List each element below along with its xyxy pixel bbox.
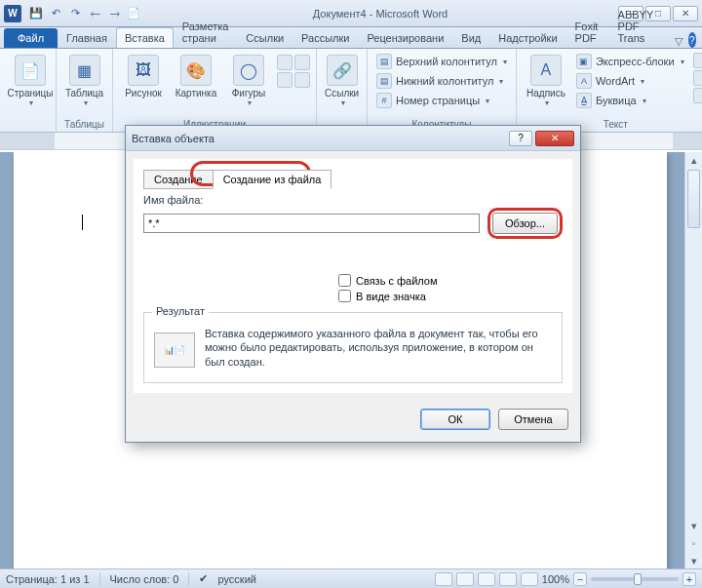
chevron-down-icon: ▾ bbox=[641, 77, 644, 86]
textbox-button[interactable]: AНадпись▾ bbox=[523, 53, 569, 109]
chevron-down-icon: ▾ bbox=[681, 58, 684, 66]
collapse-ribbon-icon[interactable]: ▽ bbox=[675, 35, 682, 48]
tab-home[interactable]: Главная bbox=[58, 27, 116, 48]
datetime-icon[interactable] bbox=[693, 70, 702, 86]
prev-page-icon[interactable]: ◦ bbox=[685, 535, 702, 551]
express-button[interactable]: ▣Экспресс-блоки▾ bbox=[573, 53, 687, 70]
undo-icon[interactable]: ↶ bbox=[47, 5, 64, 22]
scroll-up-icon[interactable]: ▴ bbox=[685, 152, 702, 168]
chevron-down-icon: ▾ bbox=[341, 98, 345, 107]
link-icon: 🔗 bbox=[327, 55, 358, 86]
tab-create-new[interactable]: Создание bbox=[143, 170, 214, 189]
tab-layout[interactable]: Разметка страни bbox=[174, 16, 238, 48]
qat-icon-1[interactable]: 🡐 bbox=[86, 5, 103, 22]
tab-mailings[interactable]: Рассылки bbox=[292, 27, 358, 48]
dialog-titlebar[interactable]: Вставка объекта ? ✕ bbox=[126, 126, 580, 151]
vertical-scrollbar[interactable]: ▴ ▾ ◦ ▾ bbox=[684, 152, 702, 568]
chevron-down-icon: ▾ bbox=[503, 58, 507, 66]
tab-references[interactable]: Ссылки bbox=[237, 27, 292, 48]
group-pages: 📄 Страницы ▾ bbox=[0, 49, 57, 132]
scroll-thumb[interactable] bbox=[687, 170, 700, 228]
view-print-layout[interactable] bbox=[435, 572, 452, 586]
shapes-button[interactable]: ◯Фигуры▾ bbox=[224, 53, 273, 109]
link-to-file-checkbox[interactable] bbox=[338, 274, 351, 287]
chevron-down-icon: ▾ bbox=[248, 98, 252, 107]
tab-create-from-file[interactable]: Создание из файла bbox=[213, 170, 332, 189]
view-fullscreen[interactable] bbox=[456, 572, 474, 586]
as-icon-row[interactable]: В виде значка bbox=[338, 290, 563, 302]
screenshot-icon[interactable] bbox=[277, 72, 292, 88]
result-illustration-icon: 📊📄 bbox=[154, 333, 195, 368]
table-button[interactable]: ▦ Таблица ▾ bbox=[62, 53, 106, 109]
divider bbox=[99, 572, 100, 586]
dialog-close-button[interactable]: ✕ bbox=[535, 131, 574, 146]
status-language[interactable]: русский bbox=[217, 573, 255, 585]
zoom-out-button[interactable]: − bbox=[573, 572, 587, 586]
tab-insert[interactable]: Вставка bbox=[116, 27, 174, 48]
object-icon[interactable] bbox=[693, 88, 702, 103]
status-page[interactable]: Страница: 1 из 1 bbox=[6, 573, 90, 585]
proofing-icon[interactable]: ✔ bbox=[199, 572, 208, 585]
zoom-knob[interactable] bbox=[634, 573, 642, 585]
file-tab[interactable]: Файл bbox=[4, 28, 58, 48]
textbox-label: Надпись bbox=[526, 88, 566, 98]
picture-label: Рисунок bbox=[125, 88, 162, 98]
status-wordcount[interactable]: Число слов: 0 bbox=[110, 573, 179, 585]
header-button[interactable]: ▤Верхний колонтитул▾ bbox=[373, 53, 510, 70]
tab-view[interactable]: Вид bbox=[452, 27, 489, 48]
view-draft[interactable] bbox=[521, 572, 538, 586]
view-outline[interactable] bbox=[499, 572, 517, 586]
illustration-small-buttons bbox=[277, 55, 310, 88]
zoom-slider[interactable] bbox=[591, 577, 679, 581]
shapes-label: Фигуры bbox=[232, 88, 265, 98]
footer-button[interactable]: ▤Нижний колонтитул▾ bbox=[373, 72, 510, 90]
save-icon[interactable]: 💾 bbox=[27, 5, 45, 22]
cancel-button[interactable]: Отмена bbox=[498, 409, 568, 430]
pages-button[interactable]: 📄 Страницы ▾ bbox=[6, 53, 55, 109]
tab-foxit[interactable]: Foxit PDF bbox=[566, 16, 609, 48]
table-icon: ▦ bbox=[69, 55, 100, 86]
zoom-level[interactable]: 100% bbox=[542, 573, 569, 585]
group-illustrations: 🖼Рисунок 🎨Картинка ◯Фигуры▾ Иллюстрации bbox=[113, 49, 317, 132]
next-page-icon[interactable]: ▾ bbox=[685, 553, 702, 568]
as-icon-checkbox[interactable] bbox=[338, 290, 351, 302]
link-to-file-row[interactable]: Связь с файлом bbox=[338, 274, 563, 287]
group-headers: ▤Верхний колонтитул▾ ▤Нижний колонтитул▾… bbox=[368, 49, 517, 132]
textbox-icon: A bbox=[530, 55, 562, 86]
wordart-icon: A bbox=[576, 73, 592, 89]
group-links: 🔗Ссылки▾ bbox=[317, 49, 368, 132]
dialog-tabs: Создание Создание из файла bbox=[143, 169, 563, 188]
chart-icon[interactable] bbox=[294, 55, 310, 70]
ok-button[interactable]: ОК bbox=[420, 409, 490, 430]
signature-icon[interactable] bbox=[693, 53, 702, 68]
view-web[interactable] bbox=[478, 572, 495, 586]
divider bbox=[188, 572, 189, 586]
filename-row: Обзор... bbox=[143, 208, 563, 239]
misc-icon[interactable] bbox=[294, 72, 310, 88]
smartart-icon[interactable] bbox=[277, 55, 292, 70]
quick-access-toolbar: 💾 ↶ ↷ 🡐 🡒 📄 bbox=[27, 5, 142, 22]
wordart-button[interactable]: AWordArt▾ bbox=[573, 72, 687, 90]
tab-review[interactable]: Рецензировани bbox=[358, 27, 452, 48]
header-label: Верхний колонтитул bbox=[396, 56, 497, 67]
dropcap-button[interactable]: A̲Буквица▾ bbox=[573, 92, 687, 109]
redo-icon[interactable]: ↷ bbox=[66, 5, 84, 22]
qat-icon-3[interactable]: 📄 bbox=[125, 5, 142, 22]
close-button[interactable]: ✕ bbox=[673, 6, 698, 21]
scroll-down-icon[interactable]: ▾ bbox=[685, 518, 702, 533]
tab-addins[interactable]: Надстройки bbox=[489, 27, 566, 48]
clipart-button[interactable]: 🎨Картинка bbox=[172, 53, 220, 100]
zoom-in-button[interactable]: + bbox=[682, 572, 696, 586]
help-icon[interactable]: ? bbox=[688, 32, 697, 48]
checkbox-group: Связь с файлом В виде значка bbox=[338, 274, 563, 302]
pagenum-button[interactable]: #Номер страницы▾ bbox=[373, 92, 510, 109]
browse-button[interactable]: Обзор... bbox=[492, 213, 558, 234]
dialog-help-button[interactable]: ? bbox=[509, 131, 532, 146]
qat-icon-2[interactable]: 🡒 bbox=[105, 5, 123, 22]
picture-button[interactable]: 🖼Рисунок bbox=[119, 53, 168, 100]
tab-abbyy[interactable]: ABBYY PDF Trans bbox=[609, 4, 675, 48]
links-button[interactable]: 🔗Ссылки▾ bbox=[323, 53, 361, 109]
filename-input[interactable] bbox=[143, 214, 480, 233]
group-label-tables: Таблицы bbox=[62, 117, 106, 130]
chevron-down-icon: ▾ bbox=[499, 77, 503, 86]
